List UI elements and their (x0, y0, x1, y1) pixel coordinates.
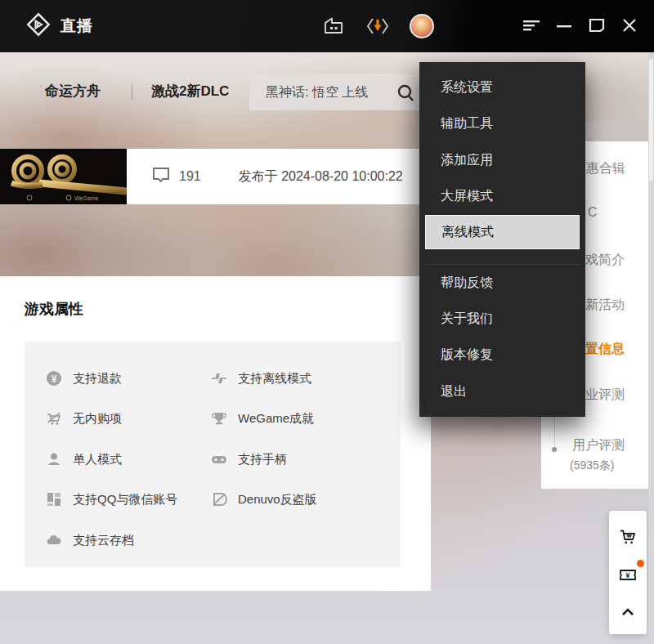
game-console-icon[interactable] (320, 13, 347, 39)
search-input[interactable]: 黑神话: 悟空 上线 (249, 74, 422, 110)
article-thumbnail[interactable]: WeGame (0, 149, 127, 204)
anchor-pro-reviews[interactable]: 业评测 (585, 387, 625, 404)
nav-divider (132, 83, 132, 100)
denuvo-icon (211, 491, 227, 508)
attr-qq-wechat: 支持QQ与微信账号 (46, 490, 177, 509)
comment-icon[interactable] (151, 165, 171, 188)
anchor-config-info[interactable]: 置信息 (585, 341, 625, 358)
attribute-panel: ¥ 支持退款 无内购项 单人模式 (25, 342, 401, 567)
cart-icon[interactable] (618, 527, 638, 547)
attr-gamepad: 支持手柄 (211, 449, 287, 469)
system-dropdown-menu: 系统设置 辅助工具 添加应用 大屏模式 离线模式 帮助反馈 关于我们 版本修复 … (419, 62, 585, 417)
search-value: 黑神话: 悟空 上线 (266, 84, 368, 101)
scroll-top-icon[interactable] (618, 602, 638, 622)
menu-item-help-feedback[interactable]: 帮助反馈 (419, 265, 585, 301)
minimize-button[interactable] (551, 13, 577, 38)
wegame-window: 直播 (0, 0, 654, 644)
qq-wechat-icon (46, 491, 62, 508)
anchor-latest-events[interactable]: 新活动 (585, 297, 625, 314)
publish-date: 发布于 2024-08-20 10:00:22 (239, 168, 403, 186)
gamepad-icon (211, 451, 227, 467)
titlebar: 直播 (0, 0, 654, 52)
hamburger-menu-icon[interactable] (518, 13, 544, 38)
live-tab[interactable]: 直播 (25, 11, 93, 41)
menu-item-version-repair[interactable]: 版本修复 (419, 337, 585, 373)
menu-item-system-settings[interactable]: 系统设置 (419, 69, 585, 105)
anchor-user-reviews-count[interactable]: (5935条) (570, 458, 614, 473)
attr-offline-mode: 支持离线模式 (211, 369, 311, 388)
refund-icon: ¥ (46, 370, 62, 387)
thumb-watermark: WeGame (74, 195, 99, 201)
anchor-timeline (554, 417, 555, 446)
section-title: 游戏属性 (25, 299, 83, 319)
menu-item-about-us[interactable]: 关于我们 (419, 301, 585, 337)
attr-achievement: WeGame成就 (211, 409, 314, 428)
notification-dot (637, 560, 644, 567)
achievement-icon (211, 410, 227, 427)
offline-mode-icon (211, 370, 227, 387)
search-icon[interactable] (396, 83, 415, 106)
cloud-save-icon (46, 532, 62, 548)
scrollbar[interactable] (648, 52, 654, 644)
nav-link-gw2-dlc[interactable]: 激战2新DLC (151, 82, 229, 101)
floating-action-bar: ¥ (609, 511, 647, 634)
menu-item-add-app[interactable]: 添加应用 (419, 142, 585, 178)
svg-text:¥: ¥ (625, 570, 630, 579)
anchor-user-reviews[interactable]: 用户评测 (572, 437, 625, 454)
attr-cloud-save: 支持云存档 (46, 530, 134, 550)
article-meta-bar: 191 发布于 2024-08-20 10:00:22 (127, 149, 431, 204)
attr-no-iap: 无内购项 (46, 409, 122, 428)
right-panel-header (585, 121, 648, 141)
menu-item-helper-tools[interactable]: 辅助工具 (419, 105, 585, 141)
attr-single-player: 单人模式 (46, 449, 122, 469)
anchor-dlc[interactable]: C (588, 205, 598, 220)
wegame-live-logo-icon (25, 11, 52, 42)
anchor-game-intro[interactable]: 戏简介 (585, 252, 625, 269)
single-player-icon (46, 451, 62, 467)
menu-item-exit[interactable]: 退出 (419, 373, 585, 409)
game-attributes-card: 游戏属性 ¥ 支持退款 无内购项 (0, 276, 431, 591)
attr-denuvo: Denuvo反盗版 (211, 490, 317, 509)
avatar[interactable] (409, 13, 435, 39)
anchor-dot (552, 447, 557, 452)
close-button[interactable] (616, 13, 643, 38)
no-iap-icon (46, 410, 62, 427)
download-manager-icon[interactable] (365, 13, 391, 39)
nav-link-lost-ark[interactable]: 命运方舟 (45, 82, 101, 101)
live-tab-label: 直播 (60, 16, 93, 37)
anchor-sale-collection[interactable]: 惠合辑 (586, 160, 625, 177)
attr-refund: ¥ 支持退款 (46, 369, 122, 388)
coupon-icon[interactable]: ¥ (618, 565, 638, 584)
comment-count: 191 (179, 169, 201, 184)
svg-text:¥: ¥ (52, 373, 57, 385)
menu-item-offline-mode[interactable]: 离线模式 (425, 215, 580, 249)
maximize-button[interactable] (584, 13, 610, 38)
menu-item-big-screen[interactable]: 大屏模式 (419, 178, 585, 214)
scrollbar-thumb[interactable] (649, 59, 653, 181)
